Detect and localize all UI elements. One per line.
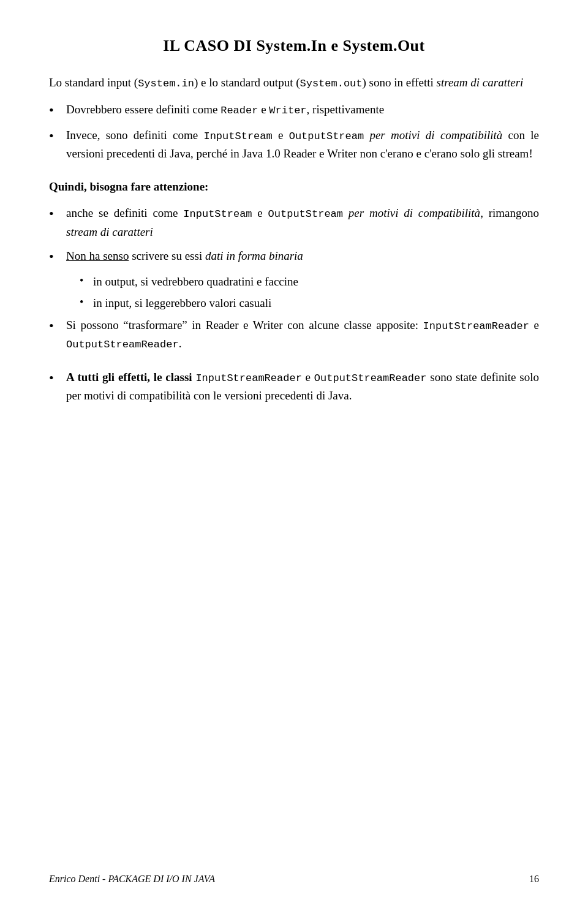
section2-bullet-2: • Non ha senso scrivere su essi dati in …: [49, 247, 539, 266]
stream-caratteri-text: stream di caratteri: [437, 76, 524, 89]
bullet-item-1: • Dovrebbero essere definiti come Reader…: [49, 100, 539, 120]
reader-code: Reader: [221, 105, 258, 116]
inputstreamreader2-code: InputStreamReader: [195, 372, 301, 384]
section3-bullet: • A tutti gli effetti, le classi InputSt…: [49, 368, 539, 405]
section2-bullet-dot-2: •: [49, 247, 66, 266]
bullet-dot-2: •: [49, 126, 66, 146]
input-label: input: [107, 76, 131, 89]
per-motivi2-text: per motivi di compatibilità: [343, 206, 480, 219]
sub-bullet-dot-1: •: [80, 273, 93, 289]
section2-bullet-text-3: Si possono “trasformare” in Reader e Wri…: [66, 316, 539, 353]
section3-bold-start: A tutti gli effetti, le classi: [66, 371, 195, 383]
stream-caratteri2-text: stream di caratteri: [66, 225, 153, 238]
intro-text-5: ) sono in effetti: [363, 76, 437, 89]
sub-bullet-dot-2: •: [80, 294, 93, 311]
inputstream2-code: InputStream: [183, 208, 252, 220]
main-content: Lo standard input (System.in) e lo stand…: [49, 74, 539, 404]
intro-text-1: Lo standard: [49, 76, 107, 89]
output-label: output: [263, 76, 293, 89]
bullet-text-2: Invece, sono definiti come InputStream e…: [66, 126, 539, 163]
intro-paragraph: Lo standard input (System.in) e lo stand…: [49, 74, 539, 92]
outputstreamreader2-code: OutputStreamReader: [314, 372, 427, 384]
outputstream2-code: OutputStream: [268, 208, 343, 220]
sub-bullet-text-2: in input, si leggerebbero valori casuali: [93, 294, 539, 312]
page-title: IL CASO DI System.In e System.Out: [49, 37, 539, 55]
inputstreamreader-code: InputStreamReader: [423, 320, 529, 332]
bullet-text-1: Dovrebbero essere definiti come Reader e…: [66, 100, 539, 119]
per-motivi-text: per motivi di compatibilità: [369, 129, 502, 142]
page-footer: Enrico Denti - PACKAGE DI I/O IN JAVA 16: [0, 874, 588, 885]
section2-heading: Quindi, bisogna fare attenzione:: [49, 178, 539, 195]
sub-bullet-1: • in output, si vedrebbero quadratini e …: [80, 273, 539, 290]
sub-bullet-2: • in input, si leggerebbero valori casua…: [80, 294, 539, 312]
section2-heading-text: Quindi, bisogna fare attenzione:: [49, 180, 208, 193]
section3-bullet-dot: •: [49, 368, 66, 388]
section2-bullet-1: • anche se definiti come InputStream e O…: [49, 204, 539, 241]
dati-forma-binaria-text: dati in forma binaria: [205, 249, 303, 262]
intro-text-3: ) e lo standard: [194, 76, 263, 89]
footer-page-number: 16: [529, 874, 539, 885]
section2-bullet-text-2: Non ha senso scrivere su essi dati in fo…: [66, 247, 539, 265]
section2-bullet-dot-1: •: [49, 204, 66, 224]
outputstreamreader-code: OutputStreamReader: [66, 339, 179, 350]
page-container: IL CASO DI System.In e System.Out Lo sta…: [0, 0, 588, 462]
section2-bullet-3: • Si possono “trasformare” in Reader e W…: [49, 316, 539, 353]
section2-bullet-text-1: anche se definiti come InputStream e Out…: [66, 204, 539, 241]
writer-code: Writer: [269, 105, 306, 116]
system-in-code: System.in: [138, 78, 194, 89]
sub-bullet-text-1: in output, si vedrebbero quadratini e fa…: [93, 273, 539, 290]
section3-text: A tutti gli effetti, le classi InputStre…: [66, 368, 539, 405]
section3-middle: e: [302, 371, 314, 383]
non-ha-senso-text: Non ha senso: [66, 249, 129, 262]
intro-text-2: (: [131, 76, 138, 89]
section2-bullet-dot-3: •: [49, 316, 66, 336]
bullet-dot-1: •: [49, 100, 66, 120]
outputstream-code: OutputStream: [289, 130, 364, 142]
intro-text-4: (: [293, 76, 300, 89]
inputstream-code: InputStream: [203, 130, 272, 142]
bullet-item-2: • Invece, sono definiti come InputStream…: [49, 126, 539, 163]
footer-author: Enrico Denti - PACKAGE DI I/O IN JAVA: [49, 874, 215, 885]
system-out-code: System.out: [300, 78, 363, 89]
